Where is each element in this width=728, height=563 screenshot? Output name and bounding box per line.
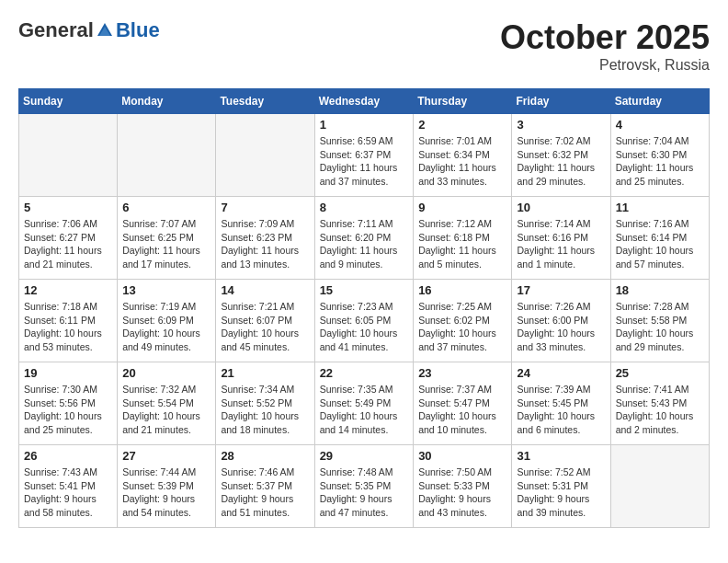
weekday-header-monday: Monday [118,89,216,114]
calendar-cell: 7Sunrise: 7:09 AM Sunset: 6:23 PM Daylig… [216,197,314,280]
day-number: 15 [320,283,409,297]
calendar-cell: 22Sunrise: 7:35 AM Sunset: 5:49 PM Dayli… [314,362,414,445]
day-info: Sunrise: 7:28 AM Sunset: 5:58 PM Dayligh… [616,300,704,354]
calendar-cell [118,114,216,197]
day-number: 30 [418,449,506,463]
calendar-cell: 16Sunrise: 7:25 AM Sunset: 6:02 PM Dayli… [414,280,512,362]
day-info: Sunrise: 7:04 AM Sunset: 6:30 PM Dayligh… [616,134,704,189]
day-info: Sunrise: 7:50 AM Sunset: 5:33 PM Dayligh… [418,465,506,520]
month-title: October 2025 [500,18,710,57]
calendar-cell: 24Sunrise: 7:39 AM Sunset: 5:45 PM Dayli… [512,362,610,445]
day-number: 13 [122,283,210,297]
weekday-header-wednesday: Wednesday [314,89,414,114]
day-info: Sunrise: 7:37 AM Sunset: 5:47 PM Dayligh… [418,383,506,437]
day-number: 1 [320,118,409,132]
calendar-cell [19,114,118,197]
day-info: Sunrise: 7:48 AM Sunset: 5:35 PM Dayligh… [320,465,409,520]
logo-blue-text: Blue [116,18,160,42]
day-number: 14 [221,283,309,297]
day-number: 24 [517,366,605,380]
day-info: Sunrise: 7:34 AM Sunset: 5:52 PM Dayligh… [221,383,309,437]
day-info: Sunrise: 7:11 AM Sunset: 6:20 PM Dayligh… [320,217,409,271]
logo: General Blue [18,18,160,42]
day-number: 22 [320,366,409,380]
week-row-4: 19Sunrise: 7:30 AM Sunset: 5:56 PM Dayli… [19,362,710,445]
day-number: 8 [320,201,409,214]
calendar-cell: 1Sunrise: 6:59 AM Sunset: 6:37 PM Daylig… [314,114,414,197]
calendar-cell: 23Sunrise: 7:37 AM Sunset: 5:47 PM Dayli… [414,362,512,445]
calendar-cell: 2Sunrise: 7:01 AM Sunset: 6:34 PM Daylig… [414,114,512,197]
day-number: 21 [221,366,309,380]
day-number: 12 [24,283,112,297]
day-number: 26 [24,449,112,463]
calendar-cell: 6Sunrise: 7:07 AM Sunset: 6:25 PM Daylig… [118,197,216,280]
calendar-cell: 9Sunrise: 7:12 AM Sunset: 6:18 PM Daylig… [414,197,512,280]
day-info: Sunrise: 7:39 AM Sunset: 5:45 PM Dayligh… [517,383,605,437]
day-number: 31 [517,449,605,463]
day-info: Sunrise: 7:25 AM Sunset: 6:02 PM Dayligh… [418,300,506,354]
day-info: Sunrise: 7:26 AM Sunset: 6:00 PM Dayligh… [517,300,605,354]
weekday-header-tuesday: Tuesday [216,89,314,114]
calendar-cell: 25Sunrise: 7:41 AM Sunset: 5:43 PM Dayli… [610,362,709,445]
week-row-2: 5Sunrise: 7:06 AM Sunset: 6:27 PM Daylig… [19,197,710,280]
calendar-cell: 26Sunrise: 7:43 AM Sunset: 5:41 PM Dayli… [19,445,118,528]
calendar-cell: 10Sunrise: 7:14 AM Sunset: 6:16 PM Dayli… [512,197,610,280]
title-block: October 2025 Petrovsk, Russia [500,18,710,74]
day-number: 17 [517,283,605,297]
day-number: 11 [616,201,704,214]
calendar-cell [610,445,709,528]
location-subtitle: Petrovsk, Russia [500,57,710,74]
day-number: 19 [24,366,112,380]
day-info: Sunrise: 7:46 AM Sunset: 5:37 PM Dayligh… [221,465,309,520]
day-info: Sunrise: 7:07 AM Sunset: 6:25 PM Dayligh… [122,217,210,271]
day-number: 4 [616,118,704,132]
calendar-cell: 5Sunrise: 7:06 AM Sunset: 6:27 PM Daylig… [19,197,118,280]
day-number: 29 [320,449,409,463]
weekday-header-saturday: Saturday [610,89,709,114]
calendar-header-row: SundayMondayTuesdayWednesdayThursdayFrid… [19,89,710,114]
calendar-cell: 30Sunrise: 7:50 AM Sunset: 5:33 PM Dayli… [414,445,512,528]
logo-icon [96,21,114,40]
week-row-3: 12Sunrise: 7:18 AM Sunset: 6:11 PM Dayli… [19,280,710,362]
day-number: 7 [221,201,309,214]
day-info: Sunrise: 7:12 AM Sunset: 6:18 PM Dayligh… [418,217,506,271]
calendar-cell: 8Sunrise: 7:11 AM Sunset: 6:20 PM Daylig… [314,197,414,280]
calendar-cell: 17Sunrise: 7:26 AM Sunset: 6:00 PM Dayli… [512,280,610,362]
day-number: 27 [122,449,210,463]
day-info: Sunrise: 7:52 AM Sunset: 5:31 PM Dayligh… [517,465,605,520]
day-number: 5 [24,201,112,214]
day-info: Sunrise: 7:41 AM Sunset: 5:43 PM Dayligh… [616,383,704,437]
day-number: 6 [122,201,210,214]
weekday-header-thursday: Thursday [414,89,512,114]
weekday-header-sunday: Sunday [19,89,118,114]
day-number: 18 [616,283,704,297]
day-info: Sunrise: 7:14 AM Sunset: 6:16 PM Dayligh… [517,217,605,271]
day-info: Sunrise: 7:44 AM Sunset: 5:39 PM Dayligh… [122,465,210,520]
day-info: Sunrise: 7:23 AM Sunset: 6:05 PM Dayligh… [320,300,409,354]
calendar-cell: 21Sunrise: 7:34 AM Sunset: 5:52 PM Dayli… [216,362,314,445]
day-number: 25 [616,366,704,380]
calendar-cell: 3Sunrise: 7:02 AM Sunset: 6:32 PM Daylig… [512,114,610,197]
day-info: Sunrise: 6:59 AM Sunset: 6:37 PM Dayligh… [320,134,409,189]
calendar-cell: 28Sunrise: 7:46 AM Sunset: 5:37 PM Dayli… [216,445,314,528]
day-number: 3 [517,118,605,132]
calendar-table: SundayMondayTuesdayWednesdayThursdayFrid… [18,88,710,528]
day-info: Sunrise: 7:16 AM Sunset: 6:14 PM Dayligh… [616,217,704,271]
page-header: General Blue October 2025 Petrovsk, Russ… [18,18,710,74]
calendar-cell: 14Sunrise: 7:21 AM Sunset: 6:07 PM Dayli… [216,280,314,362]
day-number: 23 [418,366,506,380]
weekday-header-friday: Friday [512,89,610,114]
calendar-cell [216,114,314,197]
day-info: Sunrise: 7:30 AM Sunset: 5:56 PM Dayligh… [24,383,112,437]
day-number: 20 [122,366,210,380]
calendar-cell: 15Sunrise: 7:23 AM Sunset: 6:05 PM Dayli… [314,280,414,362]
day-info: Sunrise: 7:01 AM Sunset: 6:34 PM Dayligh… [418,134,506,189]
day-info: Sunrise: 7:18 AM Sunset: 6:11 PM Dayligh… [24,300,112,354]
week-row-5: 26Sunrise: 7:43 AM Sunset: 5:41 PM Dayli… [19,445,710,528]
calendar-cell: 20Sunrise: 7:32 AM Sunset: 5:54 PM Dayli… [118,362,216,445]
day-number: 2 [418,118,506,132]
day-number: 28 [221,449,309,463]
calendar-cell: 27Sunrise: 7:44 AM Sunset: 5:39 PM Dayli… [118,445,216,528]
day-info: Sunrise: 7:21 AM Sunset: 6:07 PM Dayligh… [221,300,309,354]
day-number: 9 [418,201,506,214]
